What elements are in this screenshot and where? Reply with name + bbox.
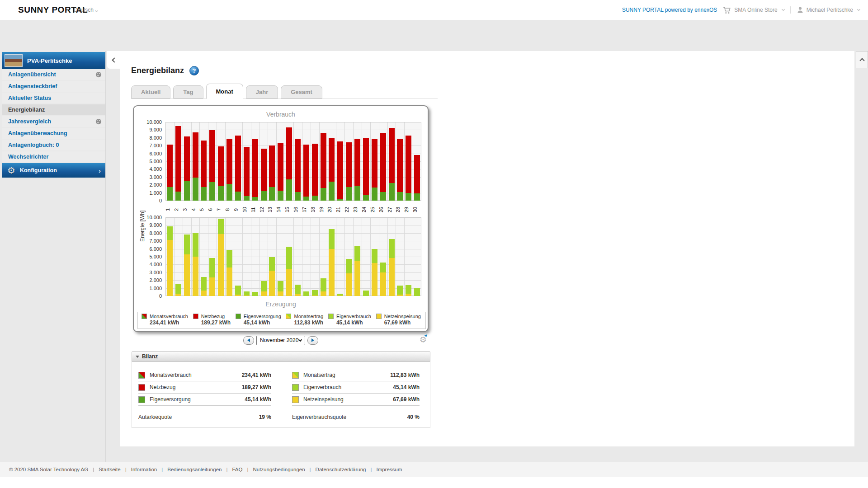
- chevron-left-icon: [112, 57, 117, 62]
- sidebar-item-aktueller-status[interactable]: Aktueller Status: [2, 93, 105, 103]
- tab-monat[interactable]: Monat: [206, 84, 243, 99]
- legend-value: 45,14 kWh: [244, 319, 281, 326]
- prev-month-button[interactable]: [243, 336, 254, 345]
- bar-segment-netzbezug: [201, 141, 207, 188]
- plant-name: PVA-Perlitschke: [27, 57, 72, 64]
- bilanz-value: 19 %: [259, 414, 271, 420]
- chart-settings-icon[interactable]: ⚙: [420, 335, 427, 345]
- y-tick-label: 4.000: [134, 262, 162, 267]
- bar-segment-eigenversorgung: [354, 186, 360, 201]
- legend-value: 67,69 kWh: [384, 319, 421, 326]
- powered-by-link[interactable]: SUNNY PORTAL powered by ennexOS: [622, 7, 717, 13]
- user-menu[interactable]: Michael Perlitschke: [797, 6, 860, 14]
- sidebar-item-jahresvergleich[interactable]: Jahresvergleich: [2, 116, 105, 127]
- legend-item-eigenverbrauch: Eigenverbrauch45,14 kWh: [328, 314, 371, 328]
- gear-icon: ⚙: [7, 166, 15, 175]
- x-tick-label: 2: [174, 203, 183, 216]
- y-tick-label: 4.000: [134, 166, 162, 172]
- language-selector[interactable]: Deutsch: [74, 7, 98, 13]
- footer-separator: |: [161, 467, 163, 472]
- y-tick-label: 5.000: [134, 254, 162, 259]
- bar-segment-eigenversorgung: [218, 186, 224, 201]
- x-tick-label: 11: [251, 203, 259, 216]
- tab-jahr[interactable]: Jahr: [246, 85, 278, 99]
- y-tick-label: 8.000: [134, 230, 162, 236]
- footer-link-impressum[interactable]: Impressum: [376, 467, 402, 472]
- month-select[interactable]: November 2020: [256, 336, 305, 345]
- bar-segment-eigenverbrauch: [252, 292, 258, 296]
- tab-aktuell[interactable]: Aktuell: [131, 85, 170, 99]
- legend-item-netzeinspeisung: Netzeinspeisung67,69 kWh: [376, 314, 421, 328]
- bar-segment-eigenversorgung: [201, 187, 207, 201]
- language-label: Deutsch: [74, 7, 94, 13]
- bar-segment-eigenverbrauch: [337, 294, 343, 296]
- bar-segment-netzeinspeisung: [244, 296, 250, 296]
- store-link[interactable]: SMA Online Store: [723, 6, 784, 14]
- bar-segment-netzbezug: [406, 136, 411, 193]
- bar-segment-netzeinspeisung: [346, 273, 352, 296]
- bilanz-swatch: [138, 384, 145, 391]
- bilanz-label: Eigenverbrauch: [303, 384, 393, 390]
- chevron-down-icon: [857, 8, 860, 11]
- footer-link-datenschutzerklaerung[interactable]: Datenschutzerklärung: [316, 467, 366, 472]
- bar-segment-netzbezug: [312, 144, 318, 196]
- bar-segment-netzbezug: [193, 132, 198, 178]
- tab-tag[interactable]: Tag: [173, 85, 203, 99]
- bilanz-header[interactable]: Bilanz: [132, 351, 430, 362]
- legend-swatch: [376, 314, 382, 319]
- y-tick-label: 9.000: [134, 127, 162, 132]
- bar-segment-eigenverbrauch: [261, 281, 267, 291]
- sidebar-item-anlagenlogbuch-0[interactable]: Anlagenlogbuch: 0: [2, 140, 105, 150]
- x-tick-label: 25: [370, 203, 379, 216]
- footer-link-startseite[interactable]: Startseite: [99, 467, 121, 472]
- panel-collapse-button[interactable]: [856, 51, 868, 68]
- bilanz-row-eigenverbrauchsquote: Eigenverbrauchsquote40 %: [292, 412, 420, 422]
- bar-segment-eigenversorgung: [312, 196, 318, 201]
- sidebar-item-anlagenuebersicht[interactable]: Anlagenübersicht: [2, 69, 105, 80]
- legend-swatch: [286, 314, 291, 319]
- plant-header[interactable]: PVA-Perlitschke: [2, 52, 105, 69]
- help-icon[interactable]: ?: [189, 66, 199, 75]
- legend-value: 189,27 kWh: [201, 319, 231, 326]
- bar-segment-eigenverbrauch: [397, 286, 403, 294]
- sidebar-item-energiebilanz[interactable]: Energiebilanz: [2, 104, 105, 115]
- bar-segment-eigenverbrauch: [406, 285, 411, 294]
- bilanz-swatch: [138, 396, 145, 403]
- bar-segment-netzbezug: [261, 149, 267, 191]
- x-tick-label: 6: [208, 203, 217, 216]
- bar-segment-eigenverbrauch: [414, 288, 420, 296]
- footer-link-bedienungsanleitungen[interactable]: Bedienungsanleitungen: [167, 467, 222, 472]
- sidebar-item-konfiguration[interactable]: ⚙ Konfiguration ›: [2, 163, 105, 178]
- bar-segment-eigenverbrauch: [278, 281, 283, 291]
- footer-link-nutzungsbedingungen[interactable]: Nutzungsbedingungen: [253, 467, 305, 472]
- bar-segment-eigenversorgung: [226, 184, 232, 201]
- chevron-down-icon: [782, 8, 785, 11]
- x-tick-label: 9: [234, 203, 242, 216]
- divider: [790, 6, 791, 14]
- next-month-button[interactable]: [307, 336, 318, 345]
- bar-segment-netzbezug: [175, 126, 181, 192]
- sidebar-item-wechselrichter[interactable]: Wechselrichter: [2, 151, 105, 162]
- user-name: Michael Perlitschke: [807, 7, 853, 13]
- y-tick-label: 0: [134, 198, 162, 203]
- top-header: SUNNY PORTAL Deutsch SUNNY PORTAL powere…: [0, 0, 868, 20]
- page-title: Energiebilanz: [131, 66, 184, 75]
- bar-segment-netzbezug: [286, 127, 292, 179]
- legend-label: Eigenversorgung: [244, 314, 281, 319]
- y-tick-label: 6.000: [134, 246, 162, 252]
- sidebar-collapse-button[interactable]: [107, 51, 120, 69]
- tab-gesamt[interactable]: Gesamt: [281, 85, 322, 99]
- y-tick-label: 2.000: [134, 277, 162, 283]
- chart-title-erzeugung: Erzeugung: [134, 300, 428, 308]
- bar-segment-netzeinspeisung: [193, 257, 198, 296]
- bilanz-value: 189,27 kWh: [242, 384, 271, 390]
- bar-segment-netzeinspeisung: [380, 272, 386, 296]
- footer-link-faq[interactable]: FAQ: [232, 467, 242, 472]
- footer-link-information[interactable]: Information: [131, 467, 157, 472]
- bar-segment-eigenverbrauch: [312, 290, 318, 296]
- sidebar-item-anlagenueberwachung[interactable]: Anlagenüberwachung: [2, 128, 105, 139]
- footer-separator: |: [93, 467, 94, 472]
- bilanz-body: Monatsverbrauch234,41 kWhNetzbezug189,27…: [132, 362, 430, 428]
- sidebar-item-anlagensteckbrief[interactable]: Anlagensteckbrief: [2, 81, 105, 92]
- nav-bar: [0, 20, 868, 45]
